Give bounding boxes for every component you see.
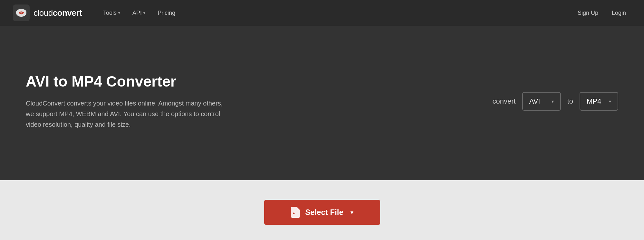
hero-left: AVI to MP4 Converter CloudConvert conver… [26,73,232,130]
select-file-label: Select File [305,208,343,217]
signup-link[interactable]: Sign Up [572,7,603,19]
file-icon: + [291,207,300,218]
from-format-chevron-icon: ▾ [552,99,554,104]
hero-section: AVI to MP4 Converter CloudConvert conver… [0,26,644,180]
select-file-chevron-icon: ▾ [351,209,353,216]
to-label: to [567,97,573,106]
from-format-select[interactable]: AVI ▾ [522,92,561,111]
logo-text: cloudconvert [34,8,82,18]
page-title: AVI to MP4 Converter [26,73,232,90]
to-format-select[interactable]: MP4 ▾ [580,92,618,111]
nav-api[interactable]: API ▾ [127,7,150,19]
nav-links: Tools ▾ API ▾ Pricing [98,7,572,19]
login-link[interactable]: Login [607,7,631,19]
converter-widget: convert AVI ▾ to MP4 ▾ [492,92,618,111]
to-format-value: MP4 [587,97,601,106]
select-file-button[interactable]: + Select File ▾ [264,200,380,225]
nav-tools[interactable]: Tools ▾ [98,7,125,19]
navbar: cloudconvert Tools ▾ API ▾ Pricing Sign … [0,0,644,26]
bottom-section: + Select File ▾ [0,180,644,240]
to-format-chevron-icon: ▾ [609,99,611,104]
nav-pricing[interactable]: Pricing [152,7,180,19]
logo-icon [13,5,30,21]
logo-area[interactable]: cloudconvert [13,5,82,21]
hero-description: CloudConvert converts your video files o… [26,98,232,130]
svg-text:+: + [293,212,295,215]
tools-chevron-icon: ▾ [118,11,120,15]
from-format-value: AVI [529,97,540,106]
convert-label: convert [492,97,515,106]
api-chevron-icon: ▾ [143,11,145,15]
nav-right: Sign Up Login [572,7,631,19]
